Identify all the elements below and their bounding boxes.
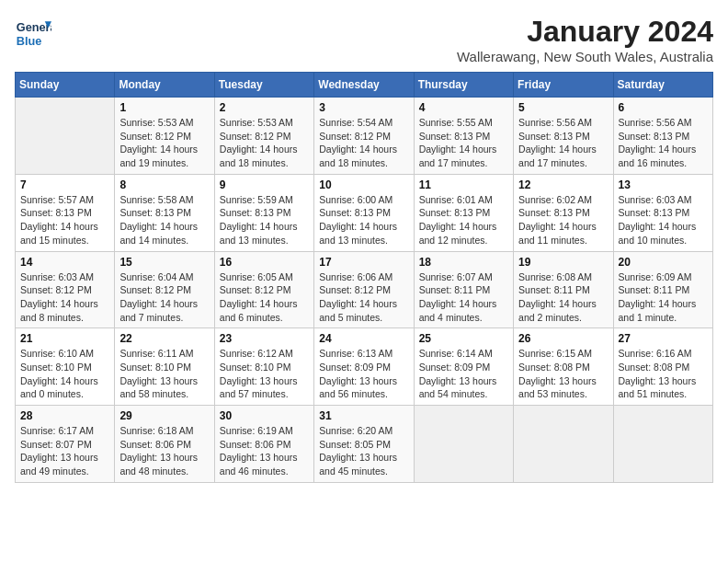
calendar-cell: 9Sunrise: 5:59 AM Sunset: 8:13 PM Daylig… [214, 174, 313, 251]
day-info: Sunrise: 5:59 AM Sunset: 8:13 PM Dayligh… [220, 193, 309, 247]
day-number: 24 [319, 332, 408, 345]
day-info: Sunrise: 6:15 AM Sunset: 8:08 PM Dayligh… [518, 347, 608, 401]
day-number: 6 [619, 101, 708, 114]
calendar-cell: 10Sunrise: 6:00 AM Sunset: 8:13 PM Dayli… [314, 174, 414, 251]
day-info: Sunrise: 6:19 AM Sunset: 8:06 PM Dayligh… [220, 424, 309, 478]
day-number: 12 [518, 178, 608, 191]
day-number: 26 [518, 332, 608, 345]
day-number: 18 [419, 256, 508, 269]
calendar-cell: 25Sunrise: 6:14 AM Sunset: 8:09 PM Dayli… [414, 328, 513, 406]
weekday-header-thursday: Thursday [414, 73, 513, 98]
calendar-cell: 16Sunrise: 6:05 AM Sunset: 8:12 PM Dayli… [214, 251, 313, 328]
month-title: January 2024 [457, 15, 713, 49]
calendar-cell: 26Sunrise: 6:15 AM Sunset: 8:08 PM Dayli… [514, 328, 613, 406]
calendar-cell: 12Sunrise: 6:02 AM Sunset: 8:13 PM Dayli… [514, 174, 613, 251]
day-info: Sunrise: 6:03 AM Sunset: 8:13 PM Dayligh… [619, 193, 708, 247]
calendar-cell [16, 98, 115, 175]
day-number: 29 [119, 409, 209, 422]
calendar-table: SundayMondayTuesdayWednesdayThursdayFrid… [15, 72, 713, 483]
calendar-cell [613, 406, 712, 483]
location: Wallerawang, New South Wales, Australia [457, 49, 713, 64]
calendar-cell: 15Sunrise: 6:04 AM Sunset: 8:12 PM Dayli… [115, 251, 214, 328]
day-number: 23 [220, 332, 309, 345]
calendar-cell: 27Sunrise: 6:16 AM Sunset: 8:08 PM Dayli… [613, 328, 712, 406]
day-number: 20 [619, 256, 708, 269]
day-info: Sunrise: 5:57 AM Sunset: 8:13 PM Dayligh… [20, 193, 109, 247]
calendar-cell: 31Sunrise: 6:20 AM Sunset: 8:05 PM Dayli… [314, 406, 414, 483]
day-info: Sunrise: 5:58 AM Sunset: 8:13 PM Dayligh… [119, 193, 209, 247]
day-info: Sunrise: 6:11 AM Sunset: 8:10 PM Dayligh… [119, 347, 209, 401]
day-number: 14 [20, 256, 109, 269]
day-info: Sunrise: 5:53 AM Sunset: 8:12 PM Dayligh… [220, 116, 309, 170]
calendar-cell: 18Sunrise: 6:07 AM Sunset: 8:11 PM Dayli… [414, 251, 513, 328]
day-info: Sunrise: 6:17 AM Sunset: 8:07 PM Dayligh… [20, 424, 109, 478]
day-info: Sunrise: 5:53 AM Sunset: 8:12 PM Dayligh… [119, 116, 209, 170]
day-number: 1 [119, 101, 209, 114]
day-info: Sunrise: 6:14 AM Sunset: 8:09 PM Dayligh… [419, 347, 508, 401]
day-number: 30 [220, 409, 309, 422]
day-number: 5 [518, 101, 608, 114]
weekday-header-sunday: Sunday [16, 73, 115, 98]
day-info: Sunrise: 5:54 AM Sunset: 8:12 PM Dayligh… [319, 116, 408, 170]
day-info: Sunrise: 6:01 AM Sunset: 8:13 PM Dayligh… [419, 193, 508, 247]
logo: General Blue [15, 15, 55, 52]
weekday-header-friday: Friday [514, 73, 613, 98]
day-number: 15 [119, 256, 209, 269]
day-info: Sunrise: 6:12 AM Sunset: 8:10 PM Dayligh… [220, 347, 309, 401]
calendar-cell: 30Sunrise: 6:19 AM Sunset: 8:06 PM Dayli… [214, 406, 313, 483]
day-number: 27 [619, 332, 708, 345]
day-info: Sunrise: 6:08 AM Sunset: 8:11 PM Dayligh… [518, 270, 608, 325]
day-number: 3 [319, 101, 408, 114]
calendar-cell: 24Sunrise: 6:13 AM Sunset: 8:09 PM Dayli… [314, 328, 414, 406]
day-number: 28 [20, 409, 109, 422]
calendar-cell: 7Sunrise: 5:57 AM Sunset: 8:13 PM Daylig… [16, 174, 115, 251]
calendar-cell: 13Sunrise: 6:03 AM Sunset: 8:13 PM Dayli… [613, 174, 712, 251]
weekday-header-monday: Monday [115, 73, 214, 98]
weekday-header-saturday: Saturday [613, 73, 712, 98]
day-number: 16 [220, 256, 309, 269]
calendar-cell: 1Sunrise: 5:53 AM Sunset: 8:12 PM Daylig… [115, 98, 214, 175]
day-number: 11 [419, 178, 508, 191]
day-info: Sunrise: 6:02 AM Sunset: 8:13 PM Dayligh… [518, 193, 608, 247]
calendar-cell: 8Sunrise: 5:58 AM Sunset: 8:13 PM Daylig… [115, 174, 214, 251]
calendar-cell: 28Sunrise: 6:17 AM Sunset: 8:07 PM Dayli… [16, 406, 115, 483]
weekday-header-wednesday: Wednesday [314, 73, 414, 98]
day-number: 17 [319, 256, 408, 269]
day-info: Sunrise: 6:13 AM Sunset: 8:09 PM Dayligh… [319, 347, 408, 401]
header: General Blue January 2024 Wallerawang, N… [15, 15, 713, 64]
day-number: 7 [20, 178, 109, 191]
day-info: Sunrise: 6:10 AM Sunset: 8:10 PM Dayligh… [20, 347, 109, 401]
calendar-cell: 3Sunrise: 5:54 AM Sunset: 8:12 PM Daylig… [314, 98, 414, 175]
calendar-cell: 22Sunrise: 6:11 AM Sunset: 8:10 PM Dayli… [115, 328, 214, 406]
day-info: Sunrise: 6:20 AM Sunset: 8:05 PM Dayligh… [319, 424, 408, 478]
day-number: 10 [319, 178, 408, 191]
calendar-cell: 6Sunrise: 5:56 AM Sunset: 8:13 PM Daylig… [613, 98, 712, 175]
title-area: January 2024 Wallerawang, New South Wale… [457, 15, 713, 64]
day-number: 19 [518, 256, 608, 269]
calendar-cell: 4Sunrise: 5:55 AM Sunset: 8:13 PM Daylig… [414, 98, 513, 175]
day-number: 8 [119, 178, 209, 191]
day-number: 9 [220, 178, 309, 191]
calendar-cell: 23Sunrise: 6:12 AM Sunset: 8:10 PM Dayli… [214, 328, 313, 406]
day-info: Sunrise: 5:55 AM Sunset: 8:13 PM Dayligh… [419, 116, 508, 170]
day-info: Sunrise: 6:07 AM Sunset: 8:11 PM Dayligh… [419, 270, 508, 325]
calendar-cell: 17Sunrise: 6:06 AM Sunset: 8:12 PM Dayli… [314, 251, 414, 328]
svg-text:Blue: Blue [17, 34, 42, 48]
weekday-header-tuesday: Tuesday [214, 73, 313, 98]
calendar-cell: 20Sunrise: 6:09 AM Sunset: 8:11 PM Dayli… [613, 251, 712, 328]
day-info: Sunrise: 6:05 AM Sunset: 8:12 PM Dayligh… [220, 270, 309, 325]
day-number: 22 [119, 332, 209, 345]
day-info: Sunrise: 5:56 AM Sunset: 8:13 PM Dayligh… [518, 116, 608, 170]
calendar-cell [514, 406, 613, 483]
calendar-cell: 11Sunrise: 6:01 AM Sunset: 8:13 PM Dayli… [414, 174, 513, 251]
day-info: Sunrise: 5:56 AM Sunset: 8:13 PM Dayligh… [619, 116, 708, 170]
day-number: 25 [419, 332, 508, 345]
calendar-cell [414, 406, 513, 483]
calendar-cell: 21Sunrise: 6:10 AM Sunset: 8:10 PM Dayli… [16, 328, 115, 406]
calendar-cell: 14Sunrise: 6:03 AM Sunset: 8:12 PM Dayli… [16, 251, 115, 328]
day-info: Sunrise: 6:00 AM Sunset: 8:13 PM Dayligh… [319, 193, 408, 247]
calendar-cell: 29Sunrise: 6:18 AM Sunset: 8:06 PM Dayli… [115, 406, 214, 483]
day-number: 13 [619, 178, 708, 191]
day-info: Sunrise: 6:03 AM Sunset: 8:12 PM Dayligh… [20, 270, 109, 325]
day-number: 4 [419, 101, 508, 114]
